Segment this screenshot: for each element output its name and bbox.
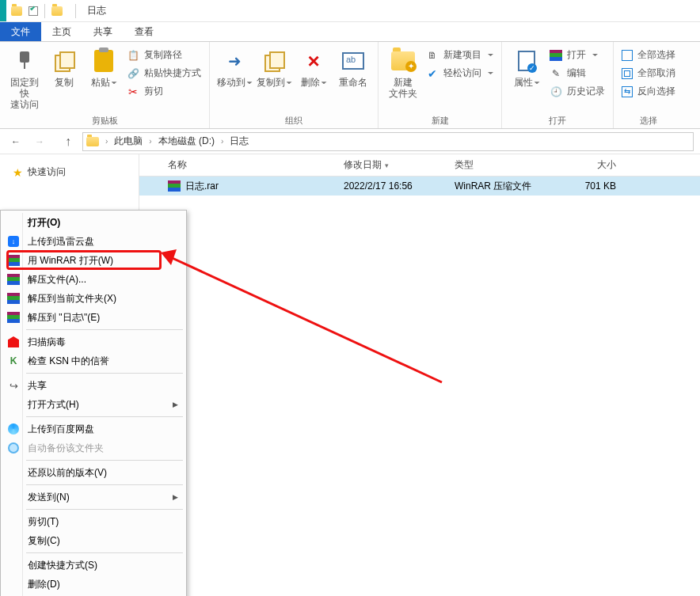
- qat-check-icon[interactable]: [29, 6, 38, 16]
- ctx-delete[interactable]: 删除(D): [2, 575, 185, 594]
- chevron-right-icon[interactable]: ›: [219, 137, 225, 146]
- chevron-right-icon[interactable]: ›: [104, 137, 109, 146]
- svg-rect-13: [7, 296, 20, 300]
- group-label-clipboard: 剪贴板: [5, 113, 204, 128]
- title-bar: 日志: [0, 0, 700, 22]
- address-bar[interactable]: › 此电脑 › 本地磁盘 (D:) › 日志: [82, 132, 694, 151]
- qat-folder-icon[interactable]: [11, 6, 22, 17]
- svg-rect-17: [7, 319, 20, 323]
- tab-share[interactable]: 共享: [82, 22, 124, 41]
- crumb-this-pc[interactable]: 此电脑: [111, 133, 146, 150]
- tab-file[interactable]: 文件: [0, 22, 41, 41]
- history-label: 历史记录: [567, 85, 605, 98]
- svg-rect-4: [168, 184, 181, 188]
- new-folder-button[interactable]: 新建文件夹: [383, 45, 423, 102]
- baidu-backup-icon: [6, 440, 21, 456]
- select-none-button[interactable]: 全部取消: [618, 65, 679, 82]
- ctx-copy-label: 复制(C): [28, 534, 60, 548]
- ctx-scan-virus[interactable]: 扫描病毒: [2, 332, 185, 351]
- ctx-extract-here[interactable]: 解压到当前文件夹(X): [2, 289, 185, 308]
- copy-path-button[interactable]: 📋复制路径: [124, 47, 204, 63]
- move-to-button[interactable]: ➜ 移动到: [215, 45, 254, 91]
- copy-to-label: 复制到: [257, 77, 285, 88]
- easy-access-button[interactable]: ✔轻松访问: [423, 65, 496, 82]
- ctx-open-with[interactable]: 打开方式(H): [2, 395, 185, 414]
- paste-shortcut-button[interactable]: 🔗粘贴快捷方式: [124, 65, 204, 82]
- paste-button[interactable]: 粘贴: [84, 45, 124, 91]
- ctx-baidu-upload[interactable]: 上传到百度网盘: [2, 419, 185, 438]
- select-none-icon: [622, 68, 633, 79]
- ctx-ksn[interactable]: K检查 KSN 中的信誉: [2, 351, 185, 370]
- ctx-open-with-label: 打开方式(H): [28, 398, 79, 412]
- back-button[interactable]: ←: [6, 132, 25, 151]
- rename-button[interactable]: 重命名: [333, 45, 373, 91]
- open-label: 打开: [567, 48, 586, 62]
- crumb-folder[interactable]: 日志: [226, 133, 252, 150]
- ctx-winrar-open[interactable]: 用 WinRAR 打开(W): [2, 251, 185, 270]
- ctx-create-shortcut[interactable]: 创建快捷方式(S): [2, 556, 185, 575]
- properties-button[interactable]: 属性: [507, 45, 546, 91]
- tab-view[interactable]: 查看: [124, 22, 165, 41]
- ctx-send-to[interactable]: 发送到(N): [2, 488, 185, 507]
- cut-icon: ✂: [127, 85, 139, 98]
- select-all-label: 全部选择: [637, 48, 675, 62]
- open-button[interactable]: 打开: [546, 47, 608, 63]
- forward-button[interactable]: →: [30, 132, 49, 151]
- paste-label: 粘贴: [91, 77, 110, 88]
- ctx-copy[interactable]: 复制(C): [2, 531, 185, 550]
- ctx-extract-files[interactable]: 解压文件(A)...: [2, 270, 185, 289]
- sort-caret-icon: ▾: [385, 161, 389, 169]
- select-all-button[interactable]: 全部选择: [618, 47, 679, 63]
- ctx-share-label: 共享: [28, 379, 47, 393]
- group-label-new: 新建: [383, 113, 496, 128]
- svg-rect-10: [7, 277, 20, 281]
- select-all-icon: [622, 50, 633, 61]
- share-icon: ↪: [6, 378, 21, 393]
- invert-selection-button[interactable]: 反向选择: [618, 83, 679, 100]
- tab-home[interactable]: 主页: [41, 22, 82, 41]
- copy-button[interactable]: 复制: [44, 45, 84, 91]
- pin-to-quick-access-button[interactable]: 固定到快速访问: [5, 45, 44, 113]
- sidebar-item-quickaccess[interactable]: ★ 快速访问: [6, 162, 132, 182]
- file-row[interactable]: 日志.rar 2022/2/17 16:56 WinRAR 压缩文件 701 K…: [139, 177, 700, 196]
- col-type[interactable]: 类型: [448, 158, 553, 172]
- ctx-xunlei-upload[interactable]: ↓上传到迅雷云盘: [2, 232, 185, 251]
- baidu-pan-icon: [6, 421, 21, 437]
- move-to-label: 移动到: [217, 77, 245, 88]
- col-date[interactable]: 修改日期▾: [337, 158, 448, 172]
- history-button[interactable]: 🕘历史记录: [546, 83, 608, 100]
- crumb-drive[interactable]: 本地磁盘 (D:): [155, 133, 218, 150]
- ctx-cut[interactable]: 剪切(T): [2, 512, 185, 531]
- ctx-create-shortcut-label: 创建快捷方式(S): [28, 559, 97, 572]
- accent-strip: [0, 0, 6, 21]
- edit-button[interactable]: ✎编辑: [546, 65, 608, 82]
- up-button[interactable]: ↑: [59, 132, 78, 151]
- delete-button[interactable]: × 删除: [294, 45, 333, 91]
- separator: [75, 4, 76, 18]
- ctx-open[interactable]: 打开(O): [2, 213, 185, 232]
- new-item-button[interactable]: 🗎新建项目: [423, 47, 496, 63]
- ctx-restore-previous[interactable]: 还原以前的版本(V): [2, 463, 185, 482]
- ctx-cut-label: 剪切(T): [28, 515, 59, 529]
- ctx-scan-virus-label: 扫描病毒: [28, 336, 66, 349]
- ctx-extract-to[interactable]: 解压到 "日志\"(E): [2, 308, 185, 327]
- cut-button[interactable]: ✂剪切: [124, 83, 204, 100]
- svg-rect-0: [550, 50, 562, 53]
- copy-label: 复制: [55, 77, 74, 88]
- new-folder-icon: [391, 51, 415, 70]
- ctx-winrar-open-label: 用 WinRAR 打开(W): [28, 254, 113, 268]
- chevron-right-icon[interactable]: ›: [147, 137, 153, 146]
- separator: [26, 484, 183, 485]
- file-date: 2022/2/17 16:56: [337, 180, 448, 192]
- ctx-share[interactable]: ↪共享: [2, 376, 185, 395]
- xunlei-icon: ↓: [6, 233, 21, 249]
- copy-to-button[interactable]: 复制到: [254, 45, 294, 91]
- new-item-label: 新建项目: [443, 48, 481, 62]
- svg-rect-16: [7, 315, 20, 319]
- col-size[interactable]: 大小: [553, 158, 632, 172]
- ribbon-tabs: 文件 主页 共享 查看: [0, 22, 700, 42]
- qat-folder2-icon[interactable]: [51, 6, 63, 17]
- col-name[interactable]: 名称: [139, 158, 337, 172]
- ctx-baidu-upload-label: 上传到百度网盘: [28, 423, 94, 436]
- file-name: 日志.rar: [185, 180, 219, 193]
